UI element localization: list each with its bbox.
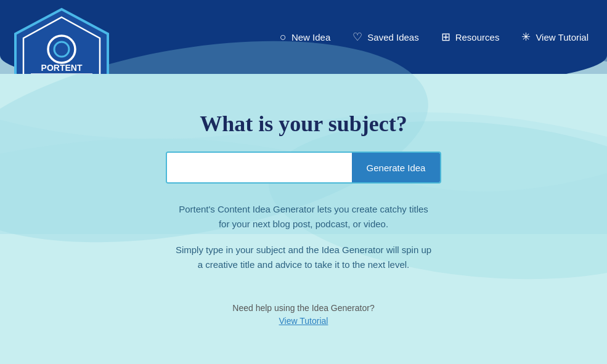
nav-resources[interactable]: ⊞ Resources: [441, 30, 500, 44]
help-text: Need help using the Idea Generator?: [232, 303, 374, 313]
nav-saved-ideas-label: Saved Ideas: [367, 32, 418, 42]
nav-saved-ideas[interactable]: ♡ Saved Ideas: [352, 30, 418, 44]
view-tutorial-link[interactable]: View Tutorial: [279, 316, 328, 326]
nav-view-tutorial[interactable]: ✳ View Tutorial: [521, 30, 589, 44]
subject-input-row: Generate Idea: [166, 152, 442, 184]
description-2: Simply type in your subject and the Idea…: [174, 243, 433, 272]
description-1: Portent's Content Idea Generator lets yo…: [174, 202, 433, 232]
main-nav: ○ New Idea ♡ Saved Ideas ⊞ Resources ✳ V…: [280, 30, 589, 44]
nav-view-tutorial-label: View Tutorial: [536, 32, 589, 42]
main-content: What is your subject? Generate Idea Port…: [0, 74, 607, 326]
svg-text:PORTENT: PORTENT: [41, 63, 83, 73]
nav-new-idea[interactable]: ○ New Idea: [280, 31, 330, 44]
subject-input[interactable]: [167, 153, 352, 182]
generate-button[interactable]: Generate Idea: [352, 153, 441, 182]
saved-ideas-icon: ♡: [352, 30, 362, 44]
help-section: Need help using the Idea Generator? View…: [232, 303, 374, 326]
nav-new-idea-label: New Idea: [291, 32, 330, 42]
logo[interactable]: PORTENT Idea Generator: [12, 6, 111, 74]
page-heading: What is your subject?: [200, 111, 407, 137]
view-tutorial-icon: ✳: [521, 30, 531, 44]
logo-hexagon: PORTENT Idea Generator: [12, 6, 111, 74]
new-idea-icon: ○: [280, 31, 287, 44]
nav-resources-label: Resources: [455, 32, 500, 42]
resources-icon: ⊞: [441, 30, 450, 44]
